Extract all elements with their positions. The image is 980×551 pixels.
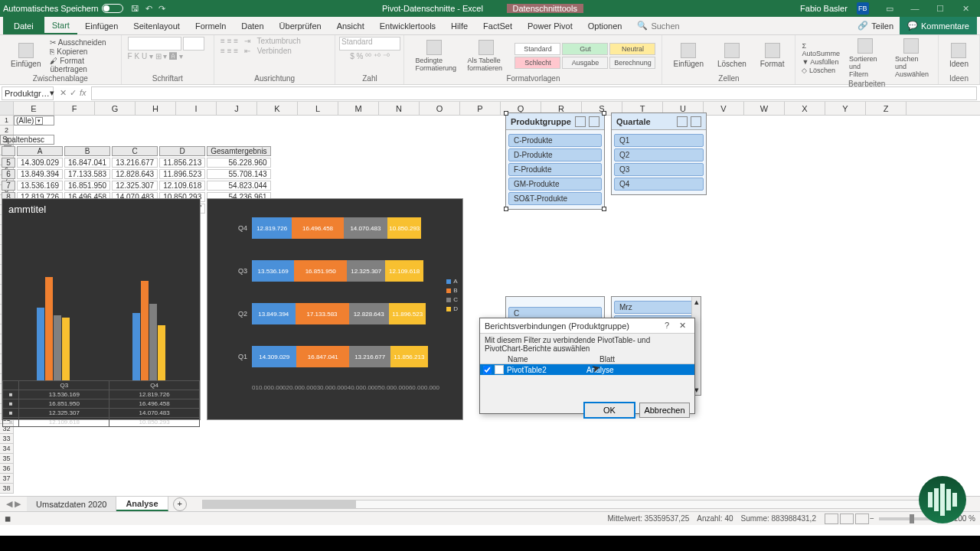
slicer-item[interactable]: Q1 xyxy=(614,134,704,147)
slicer-item[interactable]: Q4 xyxy=(614,178,704,191)
tab-formulas[interactable]: Formeln xyxy=(188,17,234,34)
ok-button[interactable]: OK xyxy=(584,403,635,418)
dialog-help-icon[interactable]: ? xyxy=(659,321,675,330)
tab-help[interactable]: Hilfe xyxy=(443,17,475,34)
stacked-bar-chart[interactable]: Q412.819.72616.496.45814.070.48310.850.2… xyxy=(207,198,463,420)
pivot-row-label[interactable]: Spaltenbesc xyxy=(2,135,44,144)
sort-filter-button[interactable]: Sortieren und Filtern xyxy=(844,37,886,80)
delete-cells-button[interactable]: Löschen xyxy=(713,41,751,70)
row-header[interactable]: 33 xyxy=(0,434,14,444)
row-header[interactable]: 35 xyxy=(0,454,14,464)
dialog-list-row[interactable]: PivotTable2 Analyse xyxy=(480,364,694,375)
font-size-dropdown[interactable] xyxy=(183,37,204,51)
tab-powerpivot[interactable]: Power Pivot xyxy=(520,17,580,34)
cut-button[interactable]: ✂ Ausschneiden xyxy=(50,38,114,47)
font-family-dropdown[interactable] xyxy=(128,37,181,51)
record-macro-icon[interactable]: ◼ xyxy=(5,514,11,523)
col-header[interactable]: O xyxy=(420,102,460,115)
slicer-produktgruppe[interactable]: Produktgruppe C-Produkte D-Produkte F-Pr… xyxy=(505,112,605,210)
page-layout-view-icon[interactable] xyxy=(840,514,854,524)
tell-me-search[interactable]: 🔍 Suchen xyxy=(637,21,679,31)
add-sheet-button[interactable]: + xyxy=(173,497,187,511)
col-header[interactable]: N xyxy=(379,102,420,115)
sheet-tab[interactable]: Umsatzdaten 2020 xyxy=(27,497,116,511)
accept-formula-icon[interactable]: ✓ xyxy=(70,88,77,98)
cancel-button[interactable]: Abbrechen xyxy=(639,403,690,418)
slicer-item[interactable]: SO&T-Produkte xyxy=(508,192,602,205)
fill-button[interactable]: ▼ Ausfüllen xyxy=(802,58,840,66)
minimize-icon[interactable]: — xyxy=(903,4,926,13)
tab-options[interactable]: Optionen xyxy=(580,17,630,34)
col-header[interactable]: X xyxy=(785,102,825,115)
autosave-toggle[interactable]: Automatisches Speichern xyxy=(3,4,123,13)
find-select-button[interactable]: Suchen und Auswählen xyxy=(890,37,932,80)
tab-insert[interactable]: Einfügen xyxy=(77,17,126,34)
comments-button[interactable]: 💬 Kommentare xyxy=(900,17,977,34)
tab-review[interactable]: Überprüfen xyxy=(272,17,329,34)
tab-start[interactable]: Start xyxy=(44,17,77,34)
page-break-view-icon[interactable] xyxy=(855,514,869,524)
maximize-icon[interactable]: ☐ xyxy=(929,4,952,14)
save-icon[interactable]: 🖫 xyxy=(131,4,139,14)
name-box[interactable]: Produktgr…▾ xyxy=(2,86,54,100)
cond-format-button[interactable]: Bedingte Formatierung xyxy=(410,38,458,73)
row-header[interactable]: 36 xyxy=(0,464,14,474)
undo-icon[interactable]: ↶ xyxy=(145,4,152,14)
col-header[interactable]: P xyxy=(460,102,501,115)
col-header[interactable]: V xyxy=(704,102,744,115)
cell-styles-gallery[interactable]: Standard Gut Neutral Schlecht Ausgabe Be… xyxy=(514,43,655,69)
col-header[interactable]: M xyxy=(338,102,379,115)
tab-factset[interactable]: FactSet xyxy=(475,17,520,34)
clear-filter-icon[interactable] xyxy=(589,116,599,127)
slicer-item[interactable]: GM-Produkte xyxy=(508,178,602,191)
sheet-nav-icon[interactable]: ◀ ▶ xyxy=(0,499,27,509)
row-header[interactable]: 1 xyxy=(0,116,14,126)
sheet-tab[interactable]: Analyse xyxy=(116,497,168,511)
formula-bar[interactable] xyxy=(91,86,977,100)
zoom-out-icon[interactable]: − xyxy=(870,514,874,523)
slicer-item[interactable]: D-Produkte xyxy=(508,148,602,161)
worksheet-area[interactable]: E F G H I J K L M N O P Q R S T U V W X … xyxy=(0,102,980,496)
col-header[interactable]: W xyxy=(744,102,785,115)
row-header[interactable]: 34 xyxy=(0,444,14,454)
slicer-item[interactable]: C-Produkte xyxy=(508,134,602,147)
col-header[interactable]: F xyxy=(54,102,95,115)
close-icon[interactable]: ✕ xyxy=(954,4,977,14)
slicer-item[interactable]: Mrz xyxy=(614,301,698,314)
slicer-quartale[interactable]: Quartale Q1 Q2 Q3 Q4 xyxy=(611,112,707,195)
clear-button[interactable]: ◇ Löschen xyxy=(802,67,840,74)
insert-cells-button[interactable]: Einfügen xyxy=(668,41,707,70)
dialog-row-checkbox[interactable] xyxy=(483,366,492,374)
tab-data[interactable]: Daten xyxy=(234,17,271,34)
ideas-button[interactable]: Ideen xyxy=(945,41,973,70)
slicer-item[interactable]: Q3 xyxy=(614,163,704,176)
ribbon-options-icon[interactable]: ▭ xyxy=(878,4,901,14)
dialog-close-icon[interactable]: ✕ xyxy=(675,321,690,331)
format-cells-button[interactable]: Format xyxy=(756,41,789,70)
slicer-item[interactable]: F-Produkte xyxy=(508,163,602,176)
paste-button[interactable]: Einfügen xyxy=(6,41,45,70)
format-painter-button[interactable]: 🖌 Format übertragen xyxy=(50,57,114,73)
share-button[interactable]: 🔗 Teilen xyxy=(851,21,900,31)
col-header[interactable]: Z xyxy=(866,102,906,115)
tab-pagelayout[interactable]: Seitenlayout xyxy=(126,17,188,34)
copy-button[interactable]: ⎘ Kopieren xyxy=(50,47,114,56)
normal-view-icon[interactable] xyxy=(825,514,838,524)
number-format-dropdown[interactable]: Standard xyxy=(339,37,400,51)
col-header[interactable]: H xyxy=(136,102,176,115)
row-header[interactable]: 37 xyxy=(0,474,14,484)
context-tab[interactable]: Datenschnitttools xyxy=(507,4,583,13)
row-header[interactable]: 38 xyxy=(0,484,14,494)
file-tab[interactable]: Datei xyxy=(3,17,44,34)
multiselect-icon[interactable] xyxy=(575,116,586,127)
user-avatar[interactable]: FB xyxy=(857,2,869,15)
col-header[interactable]: I xyxy=(176,102,217,115)
col-header[interactable]: E xyxy=(14,102,54,115)
col-header[interactable]: J xyxy=(217,102,257,115)
col-header[interactable]: G xyxy=(95,102,136,115)
col-header[interactable]: L xyxy=(298,102,338,115)
col-header[interactable]: Y xyxy=(825,102,866,115)
slicer-item[interactable]: Q2 xyxy=(614,148,704,161)
select-all-corner[interactable] xyxy=(0,102,14,115)
tab-view[interactable]: Ansicht xyxy=(329,17,372,34)
